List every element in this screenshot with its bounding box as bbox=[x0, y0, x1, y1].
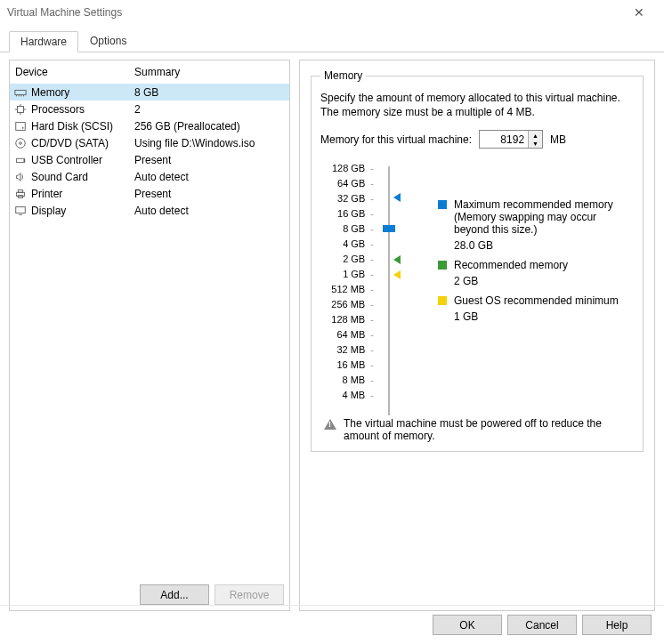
svg-rect-15 bbox=[24, 159, 26, 162]
titlebar: Virtual Machine Settings ✕ bbox=[0, 0, 664, 25]
memory-unit: MB bbox=[550, 133, 566, 146]
tick-label: 8 MB bbox=[320, 373, 374, 388]
tick-label: 512 MB bbox=[320, 282, 374, 297]
slider-track[interactable] bbox=[388, 166, 390, 415]
device-summary: Auto detect bbox=[134, 171, 286, 183]
cancel-button[interactable]: Cancel bbox=[507, 615, 577, 635]
device-summary: 8 GB bbox=[134, 86, 286, 99]
recommended-marker-icon bbox=[393, 255, 401, 264]
memory-input-label: Memory for this virtual machine: bbox=[320, 133, 472, 146]
svg-rect-14 bbox=[17, 158, 25, 162]
legend-min: Guest OS recommended minimum 1 GB bbox=[438, 294, 634, 323]
tick-label: 1 GB bbox=[320, 267, 374, 282]
close-icon[interactable]: ✕ bbox=[621, 5, 657, 20]
device-name: Memory bbox=[31, 86, 134, 99]
device-summary: Using file D:\Windows.iso bbox=[134, 137, 286, 149]
device-row-sound[interactable]: Sound CardAuto detect bbox=[10, 168, 289, 185]
tab-options[interactable]: Options bbox=[78, 30, 138, 52]
tick-label: 256 MB bbox=[320, 297, 374, 312]
device-row-printer[interactable]: PrinterPresent bbox=[10, 185, 289, 202]
printer-icon bbox=[13, 187, 28, 201]
legend-rec-title: Recommended memory bbox=[454, 259, 568, 271]
legend-min-title: Guest OS recommended minimum bbox=[454, 294, 619, 307]
device-name: USB Controller bbox=[31, 154, 134, 166]
legend-rec-value: 2 GB bbox=[454, 275, 568, 287]
detail-panel: Memory Specify the amount of memory allo… bbox=[299, 60, 655, 611]
disk-icon bbox=[13, 119, 28, 133]
tick-label: 32 GB bbox=[320, 191, 374, 206]
header-device: Device bbox=[15, 66, 134, 78]
memory-legend: Memory bbox=[320, 69, 366, 82]
memory-icon bbox=[13, 85, 28, 100]
memory-slider-area: 128 GB64 GB32 GB16 GB8 GB4 GB2 GB1 GB512… bbox=[320, 161, 634, 403]
memory-spinner: ▲ ▼ bbox=[479, 130, 543, 149]
device-row-cpu[interactable]: Processors2 bbox=[10, 101, 289, 117]
square-icon bbox=[438, 200, 447, 209]
device-row-memory[interactable]: Memory8 GB bbox=[10, 84, 289, 101]
square-icon bbox=[438, 261, 447, 270]
add-button[interactable]: Add... bbox=[140, 584, 209, 605]
memory-description: Specify the amount of memory allocated t… bbox=[320, 91, 634, 119]
device-panel: Device Summary Memory8 GBProcessors2Hard… bbox=[9, 60, 290, 611]
device-summary: Present bbox=[134, 154, 286, 166]
warning-row: The virtual machine must be powered off … bbox=[320, 417, 634, 442]
device-name: Display bbox=[31, 205, 134, 217]
svg-rect-19 bbox=[16, 206, 26, 213]
cpu-icon bbox=[13, 102, 28, 117]
device-list: Memory8 GBProcessors2Hard Disk (SCSI)256… bbox=[10, 84, 289, 579]
svg-rect-17 bbox=[18, 189, 22, 192]
device-row-disk[interactable]: Hard Disk (SCSI)256 GB (Preallocated) bbox=[10, 117, 289, 134]
legend-max-title: Maximum recommended memory bbox=[454, 198, 634, 211]
tick-label: 4 GB bbox=[320, 237, 374, 252]
spin-up-icon[interactable]: ▲ bbox=[529, 131, 542, 140]
device-row-usb[interactable]: USB ControllerPresent bbox=[10, 151, 289, 168]
tab-hardware[interactable]: Hardware bbox=[9, 31, 78, 52]
legend-max-value: 28.0 GB bbox=[454, 239, 634, 252]
device-name: CD/DVD (SATA) bbox=[31, 137, 134, 149]
sound-icon bbox=[13, 170, 28, 184]
svg-rect-5 bbox=[18, 106, 24, 112]
ok-button[interactable]: OK bbox=[433, 615, 502, 635]
display-icon bbox=[13, 204, 28, 218]
memory-fieldset: Memory Specify the amount of memory allo… bbox=[311, 69, 644, 452]
legend-min-value: 1 GB bbox=[454, 310, 619, 323]
max-marker-icon bbox=[393, 193, 401, 202]
svg-point-13 bbox=[20, 141, 22, 144]
svg-rect-0 bbox=[15, 90, 26, 94]
tick-label: 32 MB bbox=[320, 342, 374, 358]
device-row-cd[interactable]: CD/DVD (SATA)Using file D:\Windows.iso bbox=[10, 134, 289, 151]
spinner-buttons: ▲ ▼ bbox=[528, 131, 542, 148]
dialog-footer: OK Cancel Help bbox=[0, 605, 664, 644]
slider-track-col bbox=[379, 161, 401, 403]
device-list-header: Device Summary bbox=[10, 60, 289, 84]
legend-max: Maximum recommended memory (Memory swapp… bbox=[438, 198, 634, 252]
header-summary: Summary bbox=[134, 66, 180, 78]
device-row-display[interactable]: DisplayAuto detect bbox=[10, 202, 289, 219]
tick-label: 16 GB bbox=[320, 206, 374, 221]
tick-label: 16 MB bbox=[320, 358, 374, 373]
device-summary: Auto detect bbox=[134, 205, 286, 217]
tab-strip: Hardware Options bbox=[0, 25, 664, 52]
square-icon bbox=[438, 296, 447, 305]
device-name: Printer bbox=[31, 188, 134, 200]
cd-icon bbox=[13, 136, 28, 150]
device-name: Hard Disk (SCSI) bbox=[31, 120, 134, 133]
tick-label: 64 GB bbox=[320, 176, 374, 191]
tick-label: 128 MB bbox=[320, 312, 374, 327]
device-name: Sound Card bbox=[31, 171, 134, 183]
device-summary: Present bbox=[134, 188, 286, 200]
device-summary: 2 bbox=[134, 103, 286, 116]
tick-label: 8 GB bbox=[320, 221, 374, 237]
device-summary: 256 GB (Preallocated) bbox=[134, 120, 286, 133]
window-title: Virtual Machine Settings bbox=[7, 6, 621, 19]
slider-thumb[interactable] bbox=[383, 225, 395, 232]
remove-button[interactable]: Remove bbox=[215, 584, 284, 605]
legend-rec: Recommended memory 2 GB bbox=[438, 259, 634, 287]
memory-input[interactable] bbox=[480, 131, 528, 148]
device-name: Processors bbox=[31, 103, 134, 116]
spin-down-icon[interactable]: ▼ bbox=[529, 140, 542, 149]
memory-legend-col: Maximum recommended memory (Memory swapp… bbox=[438, 161, 634, 403]
memory-input-row: Memory for this virtual machine: ▲ ▼ MB bbox=[320, 130, 634, 149]
tick-label: 64 MB bbox=[320, 327, 374, 342]
help-button[interactable]: Help bbox=[582, 615, 652, 635]
